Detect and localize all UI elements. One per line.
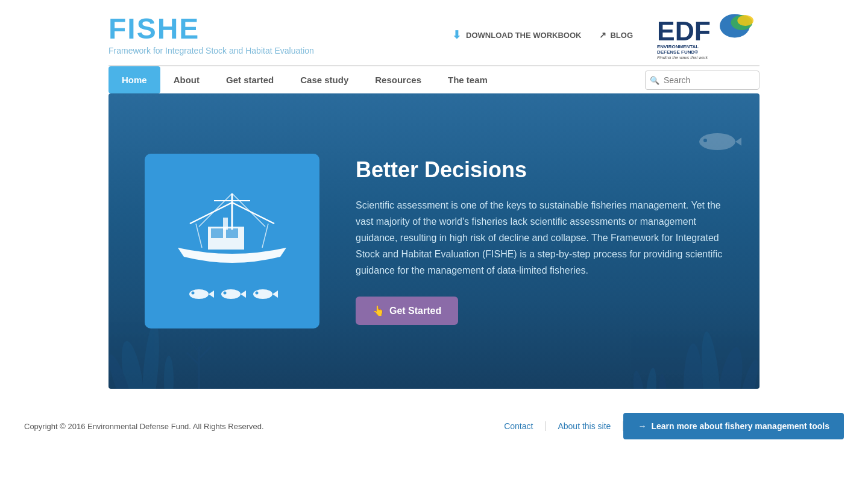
hero-title: Better Decisions	[356, 157, 723, 183]
blog-button[interactable]: ↗ BLOG	[599, 30, 633, 40]
svg-point-3	[737, 15, 753, 26]
svg-rect-28	[226, 228, 238, 238]
blog-label: BLOG	[610, 31, 633, 40]
fish-icon-3	[251, 287, 278, 301]
header: FISHE Framework for Integrated Stock and…	[0, 0, 868, 65]
navigation: Home About Get started Case study Resour…	[0, 66, 868, 93]
logo-area: FISHE Framework for Integrated Stock and…	[108, 14, 314, 55]
footer-links-area: Contact About this site → Learn more abo…	[492, 413, 844, 439]
footer-copyright: Copyright © 2016 Environmental Defense F…	[24, 422, 264, 431]
svg-rect-37	[223, 218, 228, 230]
svg-rect-27	[211, 228, 223, 238]
hero-body: Scientific assessment is one of the keys…	[356, 197, 723, 279]
svg-marker-45	[272, 291, 278, 298]
download-button[interactable]: ⬇ DOWNLOAD THE WORKBOOK	[452, 28, 581, 42]
get-started-label: Get Started	[389, 306, 441, 316]
svg-text:EDF: EDF	[657, 16, 711, 46]
fishing-boat-svg	[166, 181, 298, 278]
svg-point-23	[631, 370, 647, 389]
nav-item-case-study[interactable]: Case study	[287, 66, 362, 93]
nav-item-get-started[interactable]: Get started	[213, 66, 287, 93]
about-site-link[interactable]: About this site	[546, 421, 623, 431]
nav-item-resources[interactable]: Resources	[362, 66, 435, 93]
svg-line-33	[232, 193, 265, 227]
fish-icon-1	[187, 287, 214, 301]
svg-point-43	[223, 292, 226, 295]
logo-title: FISHE	[108, 14, 314, 43]
learn-more-button[interactable]: → Learn more about fishery management to…	[623, 413, 844, 439]
svg-point-46	[255, 292, 258, 295]
hero-text-area: Better Decisions Scientific assessment i…	[356, 157, 723, 325]
hero-content: Better Decisions Scientific assessment i…	[145, 154, 723, 328]
learn-more-label: Learn more about fishery management tool…	[651, 421, 829, 431]
svg-point-8	[139, 322, 162, 389]
hero-section: Better Decisions Scientific assessment i…	[108, 93, 760, 389]
hero-image-box	[145, 154, 319, 328]
logo-subtitle: Framework for Integrated Stock and Habit…	[108, 46, 314, 55]
search-input[interactable]	[645, 71, 760, 90]
search-area	[645, 71, 760, 90]
nav-item-home[interactable]: Home	[108, 66, 160, 93]
svg-text:DEFENSE FUND®: DEFENSE FUND®	[657, 49, 698, 55]
get-started-icon: 👆	[373, 305, 385, 316]
svg-point-18	[703, 139, 707, 142]
svg-point-25	[658, 374, 667, 389]
nav-item-the-team[interactable]: The team	[435, 66, 501, 93]
svg-point-10	[164, 356, 174, 389]
svg-line-15	[199, 338, 208, 350]
svg-marker-42	[241, 291, 246, 298]
contact-link[interactable]: Contact	[492, 421, 546, 431]
svg-line-14	[190, 341, 199, 353]
search-wrapper	[645, 71, 760, 90]
arrow-icon: →	[638, 421, 646, 431]
get-started-button[interactable]: 👆 Get Started	[356, 297, 458, 325]
external-link-icon: ↗	[599, 30, 606, 40]
svg-line-31	[232, 203, 274, 224]
edf-logo: EDF ENVIRONMENTAL DEFENSE FUND® Finding …	[651, 11, 760, 59]
svg-text:ENVIRONMENTAL: ENVIRONMENTAL	[657, 44, 699, 49]
header-actions: ⬇ DOWNLOAD THE WORKBOOK ↗ BLOG EDF ENVIR…	[452, 11, 760, 59]
fish-icon-2	[219, 287, 246, 301]
nav-item-about[interactable]: About	[160, 66, 213, 93]
svg-line-13	[199, 347, 211, 359]
svg-line-12	[187, 353, 199, 365]
download-label: DOWNLOAD THE WORKBOOK	[466, 31, 581, 40]
svg-line-35	[262, 224, 268, 248]
download-icon: ⬇	[452, 28, 461, 42]
svg-point-40	[191, 292, 194, 295]
footer: Copyright © 2016 Environmental Defense F…	[0, 401, 868, 451]
fish-row	[187, 287, 278, 301]
svg-line-34	[196, 224, 202, 248]
svg-marker-17	[735, 136, 741, 148]
svg-marker-39	[209, 291, 214, 298]
svg-text:Finding the ways that work: Finding the ways that work	[657, 55, 708, 59]
svg-point-22	[684, 344, 703, 389]
svg-point-24	[644, 367, 658, 389]
